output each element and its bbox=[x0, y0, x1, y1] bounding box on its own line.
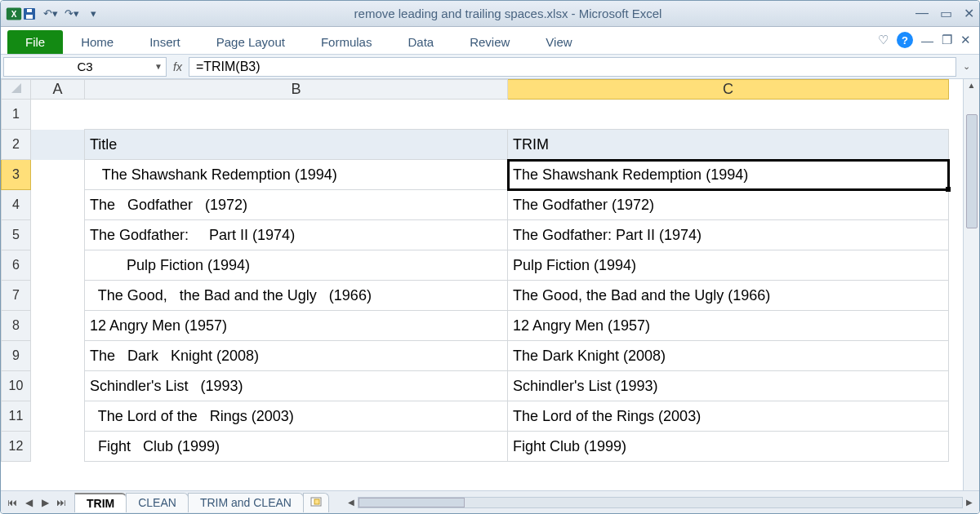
redo-icon[interactable]: ↷▾ bbox=[65, 7, 79, 21]
close-button[interactable]: ✕ bbox=[964, 6, 974, 21]
cell-A8[interactable] bbox=[31, 311, 85, 341]
name-box-value: C3 bbox=[77, 60, 92, 73]
cell-C10[interactable]: Schindler's List (1993) bbox=[508, 371, 949, 401]
cell-B2[interactable]: Title bbox=[85, 130, 508, 160]
cell-B3[interactable]: The Shawshank Redemption (1994) bbox=[85, 160, 508, 190]
ribbon-tab-formulas[interactable]: Formulas bbox=[303, 30, 390, 54]
scroll-right-icon[interactable]: ▶ bbox=[963, 498, 976, 507]
row-header-9[interactable]: 9 bbox=[2, 341, 31, 371]
cell-C12[interactable]: Fight Club (1999) bbox=[508, 432, 949, 462]
scroll-left-icon[interactable]: ◀ bbox=[345, 498, 358, 507]
formula-bar-expand-icon[interactable]: ⌄ bbox=[958, 61, 974, 72]
ribbon-minimize-icon[interactable]: ♡ bbox=[878, 33, 889, 47]
cell-A12[interactable] bbox=[31, 432, 85, 462]
sheet-tab-bar: ⏮ ◀ ▶ ⏭ TRIMCLEANTRIM and CLEAN ◀ ▶ bbox=[1, 490, 979, 513]
name-box-dropdown-icon[interactable]: ▼ bbox=[154, 62, 163, 71]
cell-C8[interactable]: 12 Angry Men (1957) bbox=[508, 311, 949, 341]
row-header-5[interactable]: 5 bbox=[2, 220, 31, 250]
cell-A2[interactable] bbox=[31, 130, 85, 160]
cell-C1[interactable] bbox=[508, 100, 949, 130]
sheet-tab-trim[interactable]: TRIM bbox=[74, 493, 127, 512]
ribbon-tab-review[interactable]: Review bbox=[452, 30, 528, 54]
ribbon-tab-page-layout[interactable]: Page Layout bbox=[198, 30, 303, 54]
tab-nav-next-icon[interactable]: ▶ bbox=[37, 497, 53, 508]
column-header-C[interactable]: C bbox=[508, 80, 949, 100]
cell-B11[interactable]: The Lord of the Rings (2003) bbox=[85, 401, 508, 432]
maximize-button[interactable]: ▭ bbox=[940, 6, 952, 21]
qat-customize-icon[interactable]: ▾ bbox=[86, 7, 100, 21]
cell-B4[interactable]: The Godfather (1972) bbox=[85, 190, 508, 220]
cell-B12[interactable]: Fight Club (1999) bbox=[85, 432, 508, 462]
ribbon-tab-data[interactable]: Data bbox=[390, 30, 452, 54]
ribbon-tab-insert[interactable]: Insert bbox=[131, 30, 198, 54]
cell-B7[interactable]: The Good, the Bad and the Ugly (1966) bbox=[85, 281, 508, 311]
workbook-close-icon[interactable]: ✕ bbox=[960, 33, 971, 47]
ribbon-tab-file[interactable]: File bbox=[7, 30, 63, 54]
cell-A11[interactable] bbox=[31, 401, 85, 432]
sheet-tab-clean[interactable]: CLEAN bbox=[126, 493, 189, 512]
ribbon-tabs: FileHomeInsertPage LayoutFormulasDataRev… bbox=[1, 27, 979, 55]
workbook-minimize-icon[interactable]: ― bbox=[921, 33, 933, 47]
select-all-corner[interactable] bbox=[2, 80, 31, 100]
column-header-A[interactable]: A bbox=[31, 80, 85, 100]
cell-B6[interactable]: Pulp Fiction (1994) bbox=[85, 250, 508, 281]
cell-A6[interactable] bbox=[31, 250, 85, 281]
row-header-6[interactable]: 6 bbox=[2, 250, 31, 281]
ribbon-tab-view[interactable]: View bbox=[528, 30, 590, 54]
cell-C2[interactable]: TRIM bbox=[508, 130, 949, 160]
scroll-up-icon[interactable]: ▲ bbox=[968, 81, 976, 90]
save-icon[interactable] bbox=[22, 7, 37, 21]
ribbon-tab-home[interactable]: Home bbox=[63, 30, 131, 54]
window-controls: ― ▭ ✕ bbox=[915, 6, 974, 21]
cell-A4[interactable] bbox=[31, 190, 85, 220]
quick-access-toolbar: ↶▾ ↷▾ ▾ bbox=[22, 7, 100, 21]
svg-text:X: X bbox=[11, 10, 17, 19]
formula-input[interactable]: =TRIM(B3) bbox=[189, 57, 956, 77]
cell-C7[interactable]: The Good, the Bad and the Ugly (1966) bbox=[508, 281, 949, 311]
row-header-10[interactable]: 10 bbox=[2, 371, 31, 401]
new-sheet-button[interactable] bbox=[303, 493, 329, 512]
minimize-button[interactable]: ― bbox=[915, 6, 929, 21]
row-header-1[interactable]: 1 bbox=[2, 100, 31, 130]
hscroll-thumb[interactable] bbox=[359, 498, 465, 507]
row-header-4[interactable]: 4 bbox=[2, 190, 31, 220]
cell-C3[interactable]: The Shawshank Redemption (1994) bbox=[508, 160, 949, 190]
row-header-8[interactable]: 8 bbox=[2, 311, 31, 341]
cell-A5[interactable] bbox=[31, 220, 85, 250]
horizontal-scrollbar[interactable]: ◀ ▶ bbox=[345, 496, 976, 509]
name-box[interactable]: C3 ▼ bbox=[3, 57, 167, 77]
cell-C5[interactable]: The Godfather: Part II (1974) bbox=[508, 220, 949, 250]
row-header-2[interactable]: 2 bbox=[2, 130, 31, 160]
cell-B1[interactable] bbox=[85, 100, 508, 130]
cell-C9[interactable]: The Dark Knight (2008) bbox=[508, 341, 949, 371]
scroll-thumb[interactable] bbox=[966, 114, 978, 228]
cell-A3[interactable] bbox=[31, 160, 85, 190]
tab-nav-prev-icon[interactable]: ◀ bbox=[20, 497, 37, 508]
row-header-3[interactable]: 3 bbox=[2, 160, 31, 190]
excel-icon: X bbox=[6, 6, 22, 22]
undo-icon[interactable]: ↶▾ bbox=[43, 7, 58, 21]
row-header-7[interactable]: 7 bbox=[2, 281, 31, 311]
vertical-scrollbar[interactable]: ▲ bbox=[963, 79, 979, 490]
cell-B9[interactable]: The Dark Knight (2008) bbox=[85, 341, 508, 371]
column-header-B[interactable]: B bbox=[85, 80, 508, 100]
fx-icon[interactable]: fx bbox=[173, 60, 182, 73]
cell-A9[interactable] bbox=[31, 341, 85, 371]
cell-C11[interactable]: The Lord of the Rings (2003) bbox=[508, 401, 949, 432]
cell-B5[interactable]: The Godfather: Part II (1974) bbox=[85, 220, 508, 250]
tab-nav-first-icon[interactable]: ⏮ bbox=[4, 497, 20, 508]
tab-nav-last-icon[interactable]: ⏭ bbox=[53, 497, 69, 508]
workbook-restore-icon[interactable]: ❐ bbox=[942, 33, 952, 47]
cell-A1[interactable] bbox=[31, 100, 85, 130]
cell-C4[interactable]: The Godfather (1972) bbox=[508, 190, 949, 220]
worksheet-grid[interactable]: A B C 12TitleTRIM3 The Shawshank Redempt… bbox=[1, 79, 963, 490]
help-icon[interactable]: ? bbox=[897, 32, 913, 48]
cell-A7[interactable] bbox=[31, 281, 85, 311]
row-header-12[interactable]: 12 bbox=[2, 432, 31, 462]
cell-C6[interactable]: Pulp Fiction (1994) bbox=[508, 250, 949, 281]
cell-B8[interactable]: 12 Angry Men (1957) bbox=[85, 311, 508, 341]
cell-A10[interactable] bbox=[31, 371, 85, 401]
row-header-11[interactable]: 11 bbox=[2, 401, 31, 432]
cell-B10[interactable]: Schindler's List (1993) bbox=[85, 371, 508, 401]
sheet-tab-trim-and-clean[interactable]: TRIM and CLEAN bbox=[188, 493, 304, 512]
